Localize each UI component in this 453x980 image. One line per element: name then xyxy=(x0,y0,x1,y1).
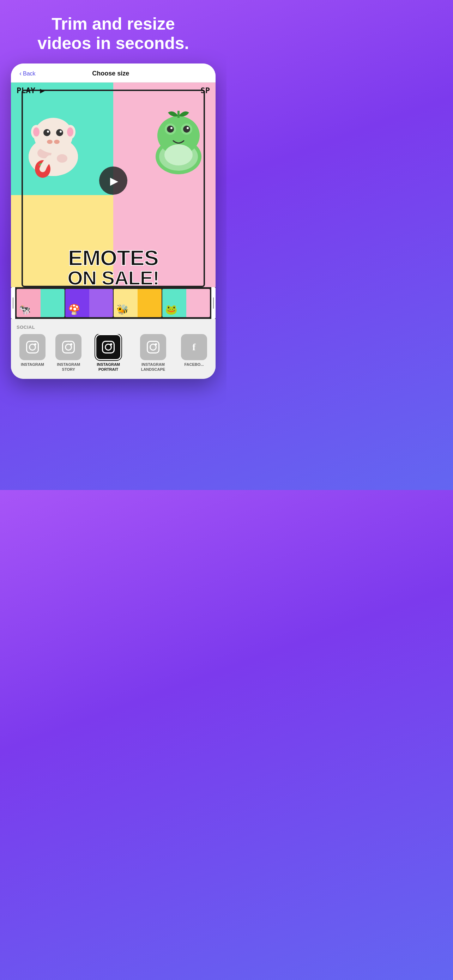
svg-point-14 xyxy=(54,140,60,144)
svg-point-26 xyxy=(183,126,190,133)
svg-point-9 xyxy=(43,129,51,136)
hero-section: Trim and resize videos in seconds. xyxy=(0,0,227,64)
instagram-story-label: INSTAGRAM STORY xyxy=(52,362,85,371)
instagram-label: INSTAGRAM xyxy=(21,362,44,367)
instagram-landscape-label: INSTAGRAM LANDSCAPE xyxy=(132,362,175,371)
phone-header: ‹ Back Choose size xyxy=(11,64,216,83)
video-top-bar: PLAY ▶ SP xyxy=(11,83,216,99)
svg-point-25 xyxy=(167,126,174,133)
video-preview[interactable]: PLAY ▶ SP xyxy=(11,83,216,287)
svg-point-11 xyxy=(47,130,49,133)
svg-rect-22 xyxy=(178,111,180,118)
frog-character xyxy=(145,100,212,178)
play-button[interactable]: ▶ xyxy=(99,167,127,195)
svg-point-28 xyxy=(187,127,189,129)
timeline-frame-4: 🐸 xyxy=(162,289,210,317)
back-label: Back xyxy=(23,70,36,77)
emotes-line1: EMOTES xyxy=(11,248,216,269)
instagram-landscape-icon-box xyxy=(140,334,166,360)
instagram-portrait-icon xyxy=(102,341,114,353)
timeline-handle-right[interactable] xyxy=(211,287,216,319)
svg-point-3 xyxy=(57,154,67,162)
svg-point-10 xyxy=(56,129,63,136)
instagram-landscape-icon xyxy=(147,341,159,353)
page-title: Choose size xyxy=(36,70,186,77)
facebook-icon: f xyxy=(192,342,196,353)
svg-point-27 xyxy=(170,127,173,129)
phone-frame: ‹ Back Choose size PLAY ▶ SP xyxy=(11,64,216,379)
social-item-instagram-landscape[interactable]: INSTAGRAM LANDSCAPE xyxy=(132,334,175,371)
svg-point-13 xyxy=(47,140,52,144)
social-item-instagram-portrait[interactable]: INSTAGRAM PORTRAIT xyxy=(89,334,128,371)
svg-point-29 xyxy=(164,144,192,165)
social-section: SOCIAL INSTAGRAM INSTAGRAM STORY xyxy=(11,319,216,379)
svg-point-6 xyxy=(33,127,40,137)
back-button[interactable]: ‹ Back xyxy=(19,70,36,77)
instagram-icon xyxy=(26,341,39,353)
play-label: PLAY ▶ xyxy=(17,86,45,95)
hero-title-line1: Trim and resize xyxy=(51,14,175,33)
timeline-frames: 🐄 🍄 🐝 🐸 xyxy=(11,287,216,319)
cow-character xyxy=(18,104,89,181)
instagram-portrait-icon-box xyxy=(95,334,121,360)
timeline-frame-3: 🐝 xyxy=(114,289,162,317)
emotes-line2: ON SALE! xyxy=(11,269,216,287)
hero-title-line2: videos in seconds. xyxy=(37,34,189,52)
back-chevron-icon: ‹ xyxy=(19,70,22,77)
instagram-icon-box xyxy=(19,334,46,360)
timeline-frame-1: 🐄 xyxy=(17,289,65,317)
instagram-story-icon-box xyxy=(56,334,81,360)
social-item-instagram[interactable]: INSTAGRAM xyxy=(17,334,48,371)
emotes-sale-text: EMOTES ON SALE! xyxy=(11,248,216,287)
sp-label: SP xyxy=(201,86,210,95)
svg-point-12 xyxy=(60,130,62,133)
play-icon: ▶ xyxy=(110,175,118,187)
facebook-label: FACEBO... xyxy=(184,362,203,367)
facebook-icon-box: f xyxy=(181,334,207,360)
phone-mockup: ‹ Back Choose size PLAY ▶ SP xyxy=(0,64,227,379)
instagram-story-icon xyxy=(62,341,75,353)
timeline-handle-left[interactable] xyxy=(11,287,15,319)
hero-title: Trim and resize videos in seconds. xyxy=(0,0,227,64)
social-section-label: SOCIAL xyxy=(17,325,210,330)
social-item-facebook[interactable]: f FACEBO... xyxy=(178,334,210,371)
social-items-list: INSTAGRAM INSTAGRAM STORY INSTAGRAM PORT… xyxy=(17,334,210,373)
svg-point-8 xyxy=(67,127,73,137)
instagram-portrait-label: INSTAGRAM PORTRAIT xyxy=(89,362,128,371)
timeline-strip[interactable]: 🐄 🍄 🐝 🐸 xyxy=(11,287,216,319)
timeline-frame-2: 🍄 xyxy=(65,289,113,317)
social-item-instagram-story[interactable]: INSTAGRAM STORY xyxy=(52,334,85,371)
